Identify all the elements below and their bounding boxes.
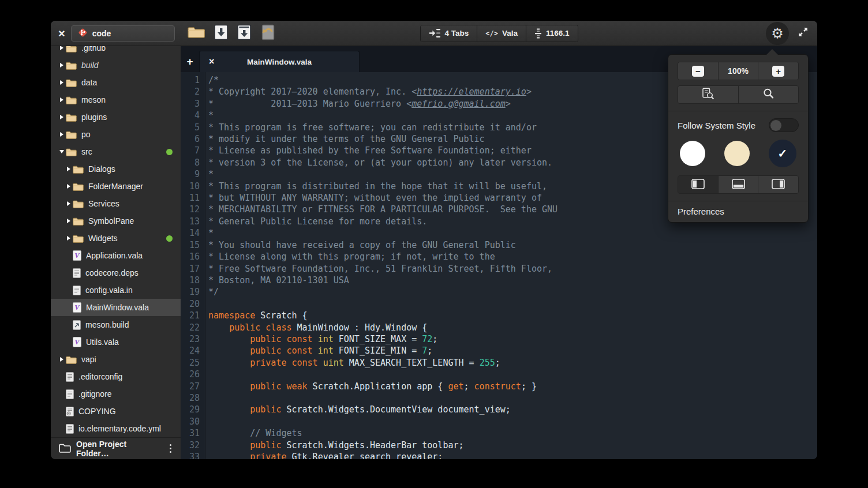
tree-item-plugins[interactable]: plugins	[51, 108, 181, 126]
tree-item-meson[interactable]: meson	[51, 91, 181, 108]
new-tab-button[interactable]: +	[181, 55, 199, 68]
code-line[interactable]: 30	[181, 416, 817, 427]
code-line[interactable]: 16* License along with this program; if …	[181, 251, 817, 262]
goto-line-button[interactable]: 1166.1	[526, 25, 578, 42]
tree-item-foldermanager[interactable]: FolderManager	[51, 178, 181, 195]
tree-item-codecore-deps[interactable]: codecore.deps	[51, 264, 181, 281]
style-sepia-button[interactable]	[724, 141, 750, 166]
zoom-out-button[interactable]: −	[678, 62, 718, 80]
tabs-overview-button[interactable]: 4 Tabs	[420, 25, 477, 42]
tree-item-vapi[interactable]: vapi	[51, 351, 181, 368]
code-line[interactable]: 20	[181, 298, 817, 310]
revert-button[interactable]	[260, 24, 276, 43]
zoom-level[interactable]: 100%	[718, 62, 758, 80]
code-line[interactable]: 32 public Scratch.Widgets.HeaderBar tool…	[181, 440, 817, 451]
expander-icon[interactable]	[58, 150, 66, 153]
expander-icon[interactable]	[58, 46, 66, 50]
follow-system-style-toggle[interactable]	[769, 118, 799, 132]
checkmark-icon: ✓	[778, 147, 788, 160]
tree-item-utils-vala[interactable]: VUtils.vala	[51, 333, 181, 351]
code-line[interactable]: 21namespace Scratch {	[181, 310, 817, 321]
tree-item-widgets[interactable]: Widgets	[51, 230, 181, 247]
code-line[interactable]: 33 private Gtk.Revealer search_revealer;	[181, 451, 817, 459]
code-line[interactable]: 29 public Scratch.Widgets.DocumentView d…	[181, 404, 817, 415]
tree-item-dialogs[interactable]: Dialogs	[51, 160, 181, 178]
expander-icon[interactable]	[58, 132, 66, 137]
code-line[interactable]: 18* Boston, MA 02110-1301 USA	[181, 275, 817, 286]
settings-button[interactable]: ⚙	[766, 22, 789, 45]
style-dark-button[interactable]: ✓	[769, 140, 796, 167]
line-number: 33	[181, 451, 205, 459]
expander-icon[interactable]	[58, 80, 66, 85]
expander-icon[interactable]	[58, 97, 66, 102]
open-file-button[interactable]	[188, 25, 205, 41]
code-line[interactable]: 14*	[181, 227, 817, 239]
tree-item-services[interactable]: Services	[51, 195, 181, 212]
layout-sidebar-left-button[interactable]	[678, 176, 718, 193]
folder-open-icon	[188, 25, 205, 41]
code-line[interactable]: 23 public const int FONT_SIZE_MAX = 72;	[181, 333, 817, 345]
search-button[interactable]	[738, 86, 799, 103]
expander-icon[interactable]	[58, 63, 66, 67]
tab-mainwindow-vala[interactable]: × MainWindow.vala	[199, 51, 360, 72]
tab-close-button[interactable]: ×	[209, 57, 214, 67]
kebab-menu-icon[interactable]	[166, 442, 175, 455]
tree-item-meson-build[interactable]: meson.build	[51, 316, 181, 333]
code-line[interactable]: 31 // Widgets	[181, 427, 817, 439]
code-text: * You should have received a copy of the…	[205, 239, 516, 251]
language-button[interactable]: </>Vala	[477, 25, 526, 42]
save-as-button[interactable]	[237, 24, 252, 43]
tabs-overview-icon	[428, 28, 440, 38]
tree-item--editorconfig[interactable]: .editorconfig	[51, 368, 181, 385]
tree-item-po[interactable]: po	[51, 126, 181, 143]
code-line[interactable]: 15* You should have received a copy of t…	[181, 239, 817, 251]
expander-icon[interactable]	[58, 115, 66, 119]
style-light-button[interactable]	[680, 141, 705, 166]
code-segment: * MERCHANTABILITY or FITNESS FOR A PARTI…	[208, 204, 558, 215]
code-line[interactable]: 27 public weak Scratch.Application app {…	[181, 381, 817, 392]
tree-item-io-elementary-code-yml[interactable]: io.elementary.code.yml	[51, 420, 181, 437]
tree-item-application-vala[interactable]: VApplication.vala	[51, 247, 181, 264]
line-number: 32	[181, 440, 205, 451]
tree-item--github[interactable]: .github	[51, 46, 181, 57]
code-line[interactable]: 28	[181, 392, 817, 404]
tree-item-src[interactable]: src	[51, 143, 181, 160]
expander-icon[interactable]	[65, 167, 73, 171]
expander-icon[interactable]	[65, 219, 73, 223]
project-button[interactable]: code	[71, 25, 175, 42]
line-number: 27	[181, 381, 205, 392]
code-line[interactable]: 17* Free Software Foundation, Inc., 51 F…	[181, 263, 817, 275]
code-line[interactable]: 24 public const int FONT_SIZE_MIN = 7;	[181, 345, 817, 356]
expander-icon[interactable]	[65, 236, 73, 241]
code-line[interactable]: 26	[181, 369, 817, 380]
code-text: * Free Software Foundation, Inc., 51 Fra…	[205, 263, 552, 275]
tree-item-config-vala-in[interactable]: config.vala.in	[51, 281, 181, 299]
tree-item-copying[interactable]: COPYING	[51, 403, 181, 420]
code-segment: MAX_SEARCH_TEXT_LENGTH =	[344, 358, 480, 368]
save-button[interactable]	[214, 24, 229, 43]
line-number: 3	[181, 98, 205, 110]
find-in-file-button[interactable]	[678, 86, 738, 103]
code-segment: * General Public License for more detail…	[208, 216, 427, 227]
fullscreen-button[interactable]	[797, 26, 809, 40]
expander-icon[interactable]	[65, 201, 73, 206]
tree-item-build[interactable]: build	[51, 57, 181, 74]
expander-icon[interactable]	[65, 184, 73, 189]
layout-bottom-panel-button[interactable]	[718, 176, 758, 193]
code-line[interactable]: 22 public class MainWindow : Hdy.Window …	[181, 322, 817, 333]
tree-item-mainwindow-vala[interactable]: VMainWindow.vala	[51, 299, 181, 316]
window-close-button[interactable]: ×	[58, 29, 65, 38]
layout-sidebar-right-button[interactable]	[758, 176, 798, 193]
zoom-in-button[interactable]: +	[758, 62, 798, 80]
code-segment: * You should have received a copy of the…	[208, 240, 516, 250]
code-line[interactable]: 25 private const uint MAX_SEARCH_TEXT_LE…	[181, 357, 817, 369]
open-project-folder-button[interactable]: Open Project Folder…	[51, 437, 181, 459]
tree-item-symbolpane[interactable]: SymbolPane	[51, 212, 181, 230]
code-line[interactable]: 19*/	[181, 286, 817, 298]
tree-item-data[interactable]: data	[51, 74, 181, 91]
tree-item--gitignore[interactable]: .gitignore	[51, 385, 181, 403]
expander-icon[interactable]	[58, 357, 66, 362]
tree-item-label: SymbolPane	[88, 216, 134, 226]
tree-item-label: Dialogs	[88, 164, 115, 174]
preferences-menu-item[interactable]: Preferences	[668, 201, 808, 222]
